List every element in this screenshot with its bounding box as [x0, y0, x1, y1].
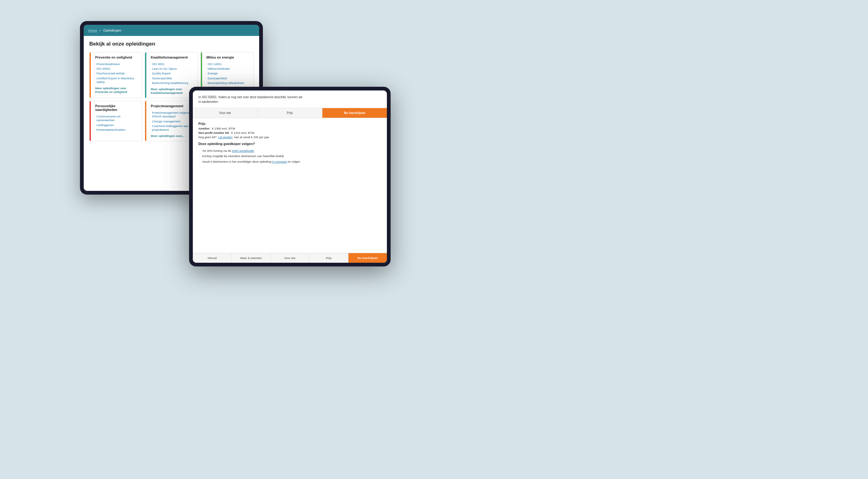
link-basisvorming[interactable]: Basisvorming kwaliteitszorg: [149, 81, 194, 85]
price-amelior: Amelior: € 1380 excl. BTW: [198, 127, 381, 130]
lid-price-text: kan al vanaf € 205 per jaar: [235, 135, 269, 139]
nog-geen-lid-text: Nog geen lid?: [198, 135, 217, 139]
more-kwaliteit[interactable]: Meer opleidingen over Kwaliteitsmanageme…: [149, 87, 194, 95]
tablet-front-screen: m ISO 50001. Indien je nog niet over dez…: [193, 91, 387, 263]
tab-nu-inschrijven-top[interactable]: Nu inschrijven: [322, 108, 387, 118]
price-nog-lid: Nog geen lid? Lid worden kan al vanaf € …: [198, 135, 381, 139]
link-ipma[interactable]: Projectmanagement volgens de IPMA®-stand…: [149, 110, 194, 119]
link-leidinggeven[interactable]: Leidinggeven: [93, 123, 138, 127]
cheaper-item-incompany: Vanaf 4 deelnemers is het voordeliger de…: [198, 159, 381, 164]
nonprofit-label: Non-profit Amelior lid:: [198, 131, 229, 134]
card-title-persoonlijk: Persoonlijke vaardigheden: [93, 104, 138, 111]
link-milieucoord[interactable]: Milieucoördinator: [205, 66, 250, 71]
link-change[interactable]: Change management: [149, 119, 194, 124]
bottom-tab-waar[interactable]: Waar & wanneer: [231, 253, 270, 263]
link-quality-expert[interactable]: Quality Expert: [149, 71, 194, 76]
link-communiceren[interactable]: Communiceren en samenwerken: [93, 114, 138, 123]
price-section: Prijs Amelior: € 1380 excl. BTW Non-prof…: [193, 118, 387, 168]
tabs-row-bottom: Inhoud Waar & wanneer Voor wie Prijs Nu …: [193, 253, 387, 263]
price-title: Prijs: [198, 122, 381, 126]
link-sectorspecifiek[interactable]: Sectorspecifiek: [149, 76, 194, 81]
tablet-front: m ISO 50001. Indien je nog niet over dez…: [189, 87, 391, 266]
nonprofit-price: € 1310 excl. BTW: [231, 131, 254, 134]
link-lean[interactable]: Lean en Six Sigma: [149, 66, 194, 71]
card-title-project: Projectmanagement: [149, 104, 194, 108]
lid-worden-link[interactable]: Lid worden: [218, 135, 232, 139]
kmo-link[interactable]: KMO-portefeuille: [232, 149, 254, 153]
more-project[interactable]: Meer opleidingen over...: [149, 134, 194, 138]
amelior-price: € 1380 excl. BTW: [212, 127, 235, 130]
category-card-persoonlijk: Persoonlijke vaardigheden Communiceren e…: [89, 101, 142, 141]
link-iso45001[interactable]: ISO 45001: [93, 66, 138, 71]
link-coachend[interactable]: Coachend leidinggeven aan projectteams: [149, 124, 194, 132]
partial-description: m ISO 50001. Indien je nog niet over dez…: [193, 91, 387, 108]
card-title-milieu: Milieu en energie: [205, 56, 250, 59]
bottom-tab-prijs[interactable]: Prijs: [309, 253, 348, 263]
tab-prijs[interactable]: Prijs: [258, 108, 322, 118]
price-nonprofit: Non-profit Amelior lid: € 1310 excl. BTW: [198, 131, 381, 134]
partial-text-line1: m ISO 50001. Indien je nog niet over dez…: [198, 95, 381, 99]
incompany-link[interactable]: in-company: [272, 160, 287, 163]
front-content: m ISO 50001. Indien je nog niet over dez…: [193, 91, 387, 263]
link-presentatie[interactable]: Presentatietechnieken: [93, 127, 138, 132]
link-psychosociaal[interactable]: Psychosociaal welzijn: [93, 71, 138, 76]
card-title-preventie: Preventie en veiligheid: [93, 56, 138, 59]
breadcrumb-home[interactable]: Home: [88, 29, 97, 32]
link-certified-expert[interactable]: Certified Expert in Machinery Safety: [93, 76, 138, 85]
breadcrumb-separator: ›: [99, 29, 101, 32]
amelior-label: Amelior:: [198, 127, 211, 130]
tabs-row-top: Voor wie Prijs Nu inschrijven: [193, 108, 387, 118]
link-preventieadviseur[interactable]: Preventieadviseur: [93, 62, 138, 66]
link-duurzaamheid[interactable]: Duurzaamheid: [205, 76, 250, 81]
breadcrumb-current: Opleidingen: [103, 29, 122, 32]
card-title-kwaliteit: Kwaliteitsmanagement: [149, 56, 194, 59]
partial-text-line2: m aanbevelen.: [198, 99, 381, 104]
tab-voor-wie[interactable]: Voor wie: [193, 108, 258, 118]
link-basisopleiding-milieu[interactable]: Basisopleiding milieubeheer: [205, 81, 250, 85]
top-navigation-bar: Home › Opleidingen: [84, 25, 259, 36]
link-iso9001[interactable]: ISO 9001: [149, 62, 194, 66]
category-card-preventie: Preventie en veiligheid Preventieadviseu…: [89, 52, 142, 98]
bottom-tab-inhoud[interactable]: Inhoud: [193, 253, 231, 263]
page-title: Bekijk al onze opleidingen: [89, 41, 254, 47]
bottom-tab-inschrijven[interactable]: Nu inschrijven: [348, 253, 387, 263]
more-preventie[interactable]: Meer opleidingen over Preventie en veili…: [93, 87, 138, 94]
link-energie[interactable]: Energie: [205, 71, 250, 76]
bottom-tab-voor-wie[interactable]: Voor wie: [271, 253, 309, 263]
cheaper-item-korting: Korting mogelijk bij meerdere deelnemers…: [198, 153, 381, 159]
cheaper-item-kmo: Tot 30% korting via de KMO-portefeuille: [198, 148, 381, 153]
link-iso14001[interactable]: ISO 14001: [205, 62, 250, 66]
cheaper-title: Deze opleiding goedkoper volgen?: [198, 142, 381, 146]
